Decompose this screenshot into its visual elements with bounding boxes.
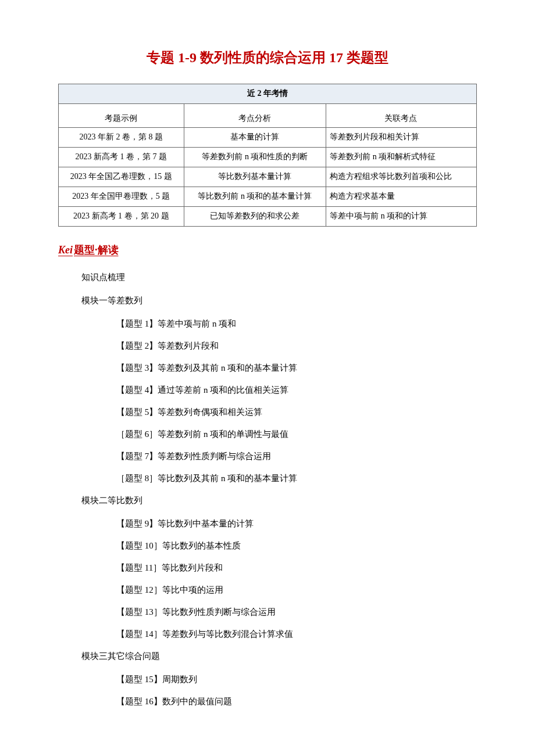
knowledge-point-label: 知识点梳理 <box>81 270 477 284</box>
section-prefix: Kei <box>58 244 73 256</box>
module-heading: 模块二等比数列 <box>81 493 477 507</box>
list-item: 【题型 15】周期数列 <box>116 672 477 686</box>
table-caption-row: 近 2 年考情 <box>59 84 477 103</box>
list-item: 【题型 13］等比数列性质判断与综合运用 <box>116 605 477 619</box>
list-item: 【题型 5】等差数列奇偶项和相关运算 <box>116 405 477 419</box>
list-item: 【题型 14］等差数列与等比数列混合计算求值 <box>116 627 477 641</box>
header-analysis: 考点分析 <box>184 103 326 127</box>
list-item: 【题型 16】数列中的最值问题 <box>116 694 477 708</box>
cell-related: 等差数列前 n 项和解析式特征 <box>326 148 477 167</box>
header-example: 考题示例 <box>59 103 184 127</box>
list-item: 【题型 12］等比中项的运用 <box>116 583 477 597</box>
list-item: 【题型 10］等比数列的基本性质 <box>116 539 477 553</box>
table-header-row: 考题示例 考点分析 关联考点 <box>59 103 477 127</box>
list-item: 【题型 9】等比数列中基本量的计算 <box>116 517 477 531</box>
cell-analysis: 已知等差数列的和求公差 <box>184 207 326 227</box>
list-item: 【题型 7】等差数列性质判断与综合运用 <box>116 449 477 463</box>
list-item: ［题型 8］等比数列及其前 n 项和的基本量计算 <box>116 471 477 485</box>
cell-related: 构造方程求基本量 <box>326 187 477 207</box>
cell-analysis: 等比数列前 n 项和的基本量计算 <box>184 187 326 207</box>
cell-related: 构造方程组求等比数列首项和公比 <box>326 167 477 187</box>
cell-example: 2023 年全国甲卷理数，5 题 <box>59 187 184 207</box>
header-related: 关联考点 <box>326 103 477 127</box>
exam-table: 近 2 年考情 考题示例 考点分析 关联考点 2023 年新 2 卷，第 8 题… <box>58 84 477 227</box>
page-title: 专题 1-9 数列性质的综合运用 17 类题型 <box>58 46 477 69</box>
cell-example: 2023 年全国乙卷理数，15 题 <box>59 167 184 187</box>
list-item: 【题型 2】等差数列片段和 <box>116 339 477 353</box>
cell-related: 等差中项与前 n 项和的计算 <box>326 207 477 227</box>
cell-example: 2023 年新 2 卷，第 8 题 <box>59 128 184 148</box>
table-row: 2023 年全国甲卷理数，5 题 等比数列前 n 项和的基本量计算 构造方程求基… <box>59 187 477 207</box>
cell-analysis: 等差数列前 n 项和性质的判断 <box>184 148 326 167</box>
module-heading: 模块三其它综合问题 <box>81 649 477 663</box>
cell-analysis: 等比数列基本量计算 <box>184 167 326 187</box>
table-row: 2023 新高考 1 卷，第 20 题 已知等差数列的和求公差 等差中项与前 n… <box>59 207 477 227</box>
cell-analysis: 基本量的计算 <box>184 128 326 148</box>
cell-related: 等差数列片段和相关计算 <box>326 128 477 148</box>
module-heading: 模块一等差数列 <box>81 293 477 307</box>
cell-example: 2023 新高考 1 卷，第 7 题 <box>59 148 184 167</box>
list-item: ［题型 6］等差数列前 n 项和的单调性与最值 <box>116 427 477 441</box>
list-item: 【题型 3】等差数列及其前 n 项和的基本量计算 <box>116 361 477 375</box>
section-label: 题型·解读 <box>74 244 119 256</box>
table-row: 2023 新高考 1 卷，第 7 题 等差数列前 n 项和性质的判断 等差数列前… <box>59 148 477 167</box>
cell-example: 2023 新高考 1 卷，第 20 题 <box>59 207 184 227</box>
section-header: Kei题型·解读 <box>58 242 477 259</box>
table-row: 2023 年新 2 卷，第 8 题 基本量的计算 等差数列片段和相关计算 <box>59 128 477 148</box>
list-item: 【题型 4】通过等差前 n 项和的比值相关运算 <box>116 383 477 397</box>
list-item: 【题型 1】等差中项与前 n 项和 <box>116 317 477 331</box>
list-item: 【题型 11］等比数列片段和 <box>116 561 477 575</box>
table-row: 2023 年全国乙卷理数，15 题 等比数列基本量计算 构造方程组求等比数列首项… <box>59 167 477 187</box>
table-caption: 近 2 年考情 <box>59 84 477 103</box>
